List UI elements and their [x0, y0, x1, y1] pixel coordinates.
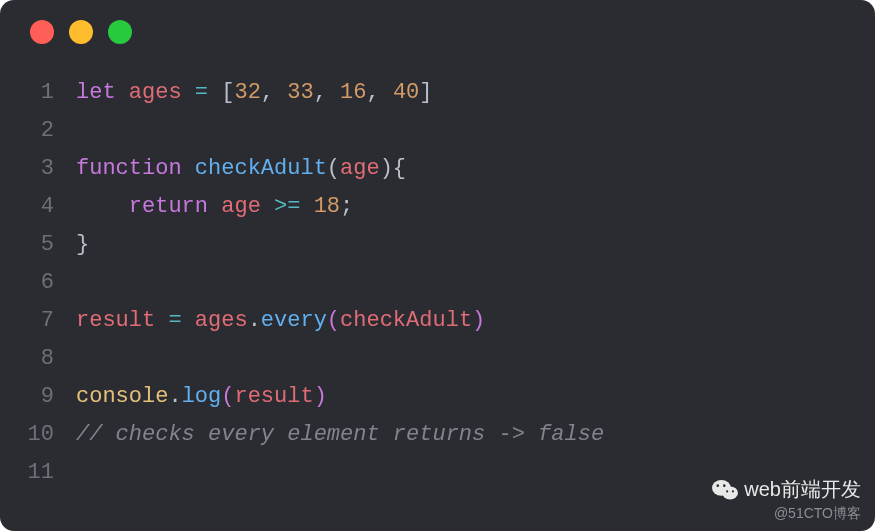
window-titlebar: [0, 0, 875, 44]
code-line: 9console.log(result): [0, 378, 875, 416]
code-content: [76, 112, 89, 150]
code-line: 3function checkAdult(age){: [0, 150, 875, 188]
svg-point-5: [732, 490, 734, 492]
code-window: 1let ages = [32, 33, 16, 40]2 3function …: [0, 0, 875, 531]
code-content: [76, 340, 89, 378]
watermark: web前端开发 @51CTO博客: [712, 476, 861, 523]
code-content: let ages = [32, 33, 16, 40]: [76, 74, 432, 112]
line-number: 10: [0, 416, 76, 454]
line-number: 7: [0, 302, 76, 340]
code-line: 1let ages = [32, 33, 16, 40]: [0, 74, 875, 112]
line-number: 4: [0, 188, 76, 226]
close-icon[interactable]: [30, 20, 54, 44]
code-content: function checkAdult(age){: [76, 150, 406, 188]
line-number: 3: [0, 150, 76, 188]
code-content: // checks every element returns -> false: [76, 416, 604, 454]
wechat-icon: [712, 479, 738, 501]
line-number: 5: [0, 226, 76, 264]
watermark-title: web前端开发: [744, 476, 861, 503]
svg-point-1: [722, 486, 738, 499]
line-number: 11: [0, 454, 76, 492]
code-content: console.log(result): [76, 378, 327, 416]
code-line: 6: [0, 264, 875, 302]
line-number: 2: [0, 112, 76, 150]
line-number: 9: [0, 378, 76, 416]
maximize-icon[interactable]: [108, 20, 132, 44]
code-line: 10// checks every element returns -> fal…: [0, 416, 875, 454]
svg-point-3: [723, 484, 726, 487]
code-content: [76, 264, 89, 302]
code-line: 4 return age >= 18;: [0, 188, 875, 226]
code-editor: 1let ages = [32, 33, 16, 40]2 3function …: [0, 44, 875, 492]
code-line: 7result = ages.every(checkAdult): [0, 302, 875, 340]
code-content: }: [76, 226, 89, 264]
watermark-subtitle: @51CTO博客: [712, 505, 861, 523]
code-content: result = ages.every(checkAdult): [76, 302, 485, 340]
svg-point-4: [726, 490, 728, 492]
line-number: 6: [0, 264, 76, 302]
code-content: return age >= 18;: [76, 188, 353, 226]
line-number: 1: [0, 74, 76, 112]
code-line: 2: [0, 112, 875, 150]
code-line: 8: [0, 340, 875, 378]
svg-point-2: [717, 484, 720, 487]
code-line: 5}: [0, 226, 875, 264]
code-content: [76, 454, 89, 492]
line-number: 8: [0, 340, 76, 378]
minimize-icon[interactable]: [69, 20, 93, 44]
